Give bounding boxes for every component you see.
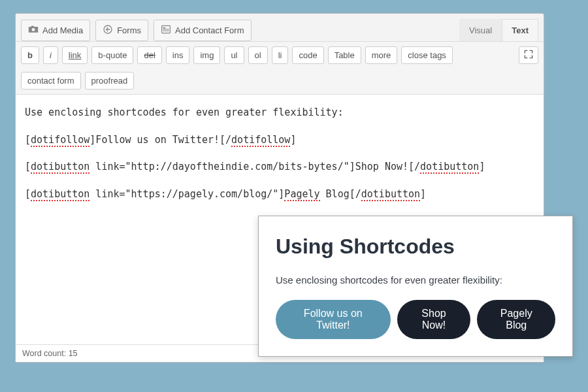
add-contact-form-button[interactable]: Add Contact Form (154, 20, 252, 41)
qt-table-button[interactable]: Table (328, 46, 361, 64)
add-contact-form-label: Add Contact Form (175, 25, 244, 35)
qt-bold-button[interactable]: b (21, 46, 39, 64)
qt-li-button[interactable]: li (272, 46, 289, 64)
svg-rect-5 (163, 27, 165, 28)
qt-ul-button[interactable]: ul (224, 46, 244, 64)
svg-rect-7 (163, 30, 169, 31)
qt-del-button[interactable]: del (137, 46, 161, 64)
qt-bquote-button[interactable]: b-quote (91, 46, 133, 64)
add-media-button[interactable]: Add Media (21, 20, 90, 41)
svg-rect-2 (31, 25, 34, 27)
editor-line: [dotibutton link="http://dayoftheindie.c… (25, 159, 534, 174)
preview-button-row: Follow us on Twitter! Shop Now! Pagely B… (276, 300, 555, 339)
wordcount-value: 15 (69, 349, 78, 358)
follow-twitter-button[interactable]: Follow us on Twitter! (276, 300, 391, 339)
forms-button[interactable]: Forms (95, 20, 148, 41)
qt-proofread-button[interactable]: proofread (85, 72, 135, 90)
media-button-bar: Add Media Forms Add Contact Form Visual … (16, 14, 544, 41)
svg-rect-6 (163, 29, 169, 29)
forms-label: Forms (117, 25, 141, 35)
add-media-label: Add Media (42, 25, 83, 35)
qt-ol-button[interactable]: ol (248, 46, 268, 64)
preview-title: Using Shortcodes (276, 235, 555, 259)
editor-line: Use enclosing shortcodes for even greate… (25, 105, 534, 120)
qt-closetags-button[interactable]: close tags (401, 46, 453, 64)
shop-now-button[interactable]: Shop Now! (397, 300, 471, 339)
qt-ins-button[interactable]: ins (166, 46, 190, 64)
preview-paragraph: Use enclosing shortcodes for even greate… (276, 274, 555, 286)
qt-link-button[interactable]: link (62, 46, 88, 64)
contact-form-icon (161, 24, 171, 37)
qt-img-button[interactable]: img (193, 46, 220, 64)
forms-icon (103, 24, 113, 37)
qt-code-button[interactable]: code (292, 46, 323, 64)
editor-line: [dotifollow]Follow us on Twitter![/dotif… (25, 133, 534, 148)
frontend-preview-card: Using Shortcodes Use enclosing shortcode… (258, 216, 573, 357)
pagely-blog-button[interactable]: Pagely Blog (477, 300, 555, 339)
editor-line: [dotibutton link="https://pagely.com/blo… (25, 187, 534, 202)
tab-text[interactable]: Text (502, 19, 538, 42)
editor-mode-tabs: Visual Text (459, 19, 538, 42)
qt-more-button[interactable]: more (365, 46, 398, 64)
tab-visual[interactable]: Visual (459, 19, 502, 42)
fullscreen-icon (523, 49, 534, 61)
qt-contactform-button[interactable]: contact form (21, 72, 81, 90)
distraction-free-button[interactable] (519, 46, 538, 64)
wordcount-label: Word count: (22, 349, 69, 358)
quicktags-toolbar: b i link b-quote del ins img ul ol li co… (16, 41, 544, 95)
qt-italic-button[interactable]: i (43, 46, 58, 64)
svg-point-1 (32, 28, 35, 31)
camera-icon (28, 24, 39, 37)
